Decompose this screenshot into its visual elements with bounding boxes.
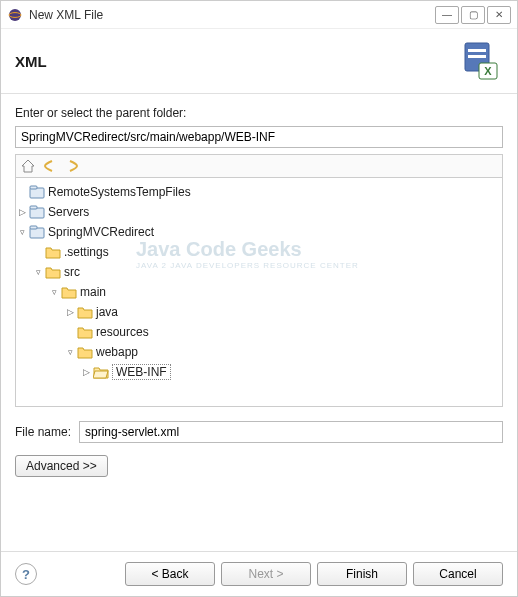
forward-arrow-icon[interactable] [64,158,80,174]
expander-icon[interactable]: ▿ [64,347,76,357]
folder-icon [61,284,77,300]
tree-node-label: SpringMVCRedirect [48,225,154,239]
expander-icon[interactable]: ▿ [32,267,44,277]
tree-node-label: .settings [64,245,109,259]
tree-node[interactable]: ▿webapp [16,342,502,362]
tree-node-label: RemoteSystemsTempFiles [48,185,191,199]
project-icon [29,204,45,220]
svg-rect-3 [468,49,486,52]
eclipse-icon [7,7,23,23]
folder-icon [45,264,61,280]
back-arrow-icon[interactable] [42,158,58,174]
tree-node-label: WEB-INF [112,364,171,380]
tree-node-label: src [64,265,80,279]
svg-text:X: X [484,65,492,77]
tree-node-label: java [96,305,118,319]
tree-node[interactable]: ▷java [16,302,502,322]
folder-icon [93,364,109,380]
close-button[interactable]: ✕ [487,6,511,24]
tree-node-label: webapp [96,345,138,359]
svg-point-0 [9,9,21,21]
expander-icon[interactable]: ▷ [80,367,92,377]
cancel-button[interactable]: Cancel [413,562,503,586]
tree-node[interactable]: ▿main [16,282,502,302]
tree-node[interactable]: resources [16,322,502,342]
tree-node[interactable]: ▿src [16,262,502,282]
tree-node[interactable]: RemoteSystemsTempFiles [16,182,502,202]
help-icon[interactable]: ? [15,563,37,585]
svg-rect-10 [30,206,37,209]
file-name-row: File name: [15,421,503,443]
project-icon [29,224,45,240]
next-button: Next > [221,562,311,586]
tree-node[interactable]: ▷WEB-INF [16,362,502,382]
advanced-button[interactable]: Advanced >> [15,455,108,477]
dialog-header: XML X [1,29,517,94]
maximize-button[interactable]: ▢ [461,6,485,24]
xml-file-icon: X [459,39,503,83]
tree-node[interactable]: ▿SpringMVCRedirect [16,222,502,242]
folder-tree[interactable]: Java Code Geeks JAVA 2 JAVA DEVELOPERS R… [15,177,503,407]
tree-node-label: main [80,285,106,299]
minimize-button[interactable]: — [435,6,459,24]
expander-icon[interactable]: ▿ [48,287,60,297]
svg-rect-8 [30,186,37,189]
project-icon [29,184,45,200]
expander-icon[interactable]: ▷ [64,307,76,317]
svg-rect-4 [468,55,486,58]
tree-toolbar [15,154,503,177]
file-name-input[interactable] [79,421,503,443]
parent-folder-input[interactable] [15,126,503,148]
parent-folder-prompt: Enter or select the parent folder: [15,106,503,120]
expander-icon[interactable]: ▿ [16,227,28,237]
button-bar: ? < Back Next > Finish Cancel [1,551,517,596]
titlebar: New XML File — ▢ ✕ [1,1,517,29]
dialog-content: Enter or select the parent folder: Java … [1,94,517,551]
folder-icon [77,304,93,320]
tree-node[interactable]: .settings [16,242,502,262]
tree-node-label: resources [96,325,149,339]
finish-button[interactable]: Finish [317,562,407,586]
home-icon[interactable] [20,158,36,174]
back-button[interactable]: < Back [125,562,215,586]
tree-node[interactable]: ▷Servers [16,202,502,222]
folder-icon [45,244,61,260]
window-controls: — ▢ ✕ [435,6,511,24]
file-name-label: File name: [15,425,71,439]
folder-icon [77,344,93,360]
expander-icon[interactable]: ▷ [16,207,28,217]
folder-icon [77,324,93,340]
page-title: XML [15,53,459,70]
tree-node-label: Servers [48,205,89,219]
svg-rect-12 [30,226,37,229]
window-title: New XML File [29,8,435,22]
